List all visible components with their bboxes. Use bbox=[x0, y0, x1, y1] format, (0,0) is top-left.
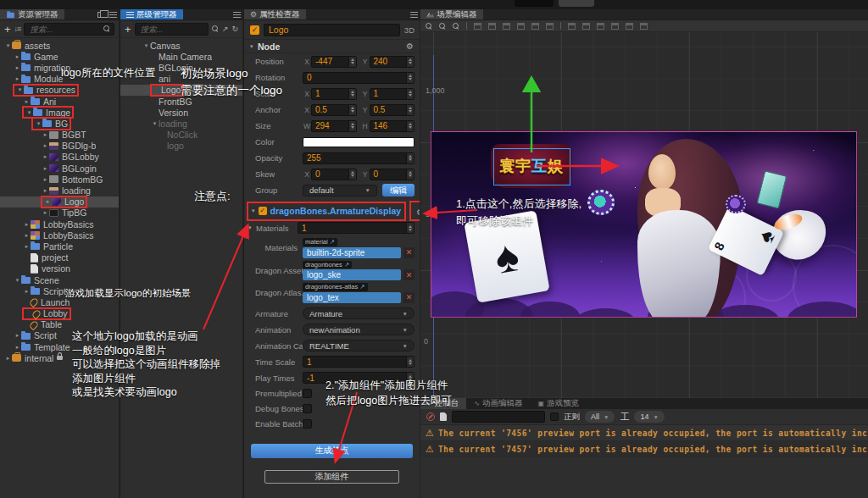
remove-asset-icon[interactable]: ✕ bbox=[403, 292, 415, 303]
tree-item-project[interactable]: project bbox=[0, 252, 119, 263]
align-tool-icon[interactable] bbox=[488, 23, 496, 30]
tree-item-frontbg[interactable]: FrontBG bbox=[120, 96, 242, 107]
scene-canvas[interactable]: 1,000 500 0 0 500 1,000 1,500 bbox=[420, 32, 868, 398]
expand-arrow[interactable]: ▸ bbox=[23, 221, 31, 228]
expand-arrow[interactable]: ▾ bbox=[16, 86, 24, 93]
expand-arrow[interactable]: ▾ bbox=[35, 120, 42, 127]
color-swatch[interactable] bbox=[303, 137, 415, 147]
expand-arrow[interactable]: ▸ bbox=[42, 142, 49, 149]
collapse-arrow[interactable]: ▾ bbox=[250, 43, 258, 50]
scale-y-input[interactable]: 1 bbox=[370, 88, 415, 100]
tree-item-logo[interactable]: Logo bbox=[120, 85, 242, 96]
expand-arrow[interactable]: ▾ bbox=[151, 120, 159, 127]
align-tool-icon[interactable] bbox=[546, 23, 554, 30]
scale-x-input[interactable]: 1 bbox=[311, 88, 357, 100]
dragon-asset-chip[interactable]: logo_ske bbox=[303, 269, 401, 280]
tree-item-assets[interactable]: ▾assets bbox=[0, 40, 119, 51]
panel-menu-icon[interactable] bbox=[107, 9, 119, 19]
add-component-button[interactable]: 添加组件 bbox=[264, 470, 399, 484]
expand-arrow[interactable]: ▾ bbox=[4, 42, 12, 49]
tab-console[interactable]: ≡ 控制台 bbox=[420, 398, 466, 409]
align-tool-icon[interactable] bbox=[503, 23, 510, 30]
tab-hierarchy[interactable]: 层级管理器 bbox=[120, 9, 183, 19]
node-name-input[interactable]: Logo bbox=[264, 24, 400, 36]
align-tool-icon[interactable] bbox=[582, 23, 590, 30]
align-tool-icon[interactable] bbox=[597, 23, 604, 30]
tree-item-logo[interactable]: ▸Logo bbox=[0, 196, 119, 208]
expand-arrow[interactable]: ▸ bbox=[42, 209, 49, 216]
material-asset-chip[interactable]: builtin-2d-sprite bbox=[303, 247, 401, 258]
premultiplied-checkbox[interactable] bbox=[303, 389, 312, 398]
expand-arrow[interactable]: ▾ bbox=[25, 109, 33, 116]
expand-arrow[interactable]: ▸ bbox=[42, 187, 49, 194]
expand-arrow[interactable]: ▾ bbox=[142, 42, 150, 49]
position-x-input[interactable]: -447 bbox=[311, 56, 357, 68]
expand-arrow[interactable]: ▸ bbox=[14, 64, 21, 71]
float-panel-icon[interactable] bbox=[95, 9, 107, 19]
mode-3d-label[interactable]: 3D bbox=[404, 25, 415, 35]
size-h-input[interactable]: 146 bbox=[370, 120, 415, 132]
locate-icon[interactable]: ↗ bbox=[222, 25, 229, 33]
assets-search-input[interactable] bbox=[28, 24, 103, 35]
panel-menu-icon[interactable] bbox=[408, 9, 420, 19]
tree-item-version[interactable]: Version bbox=[120, 107, 242, 118]
tab-inspector[interactable]: ⚙ 属性检查器 bbox=[244, 9, 306, 19]
tree-item-bg[interactable]: ▾BG bbox=[0, 118, 119, 129]
animation-cache-dropdown[interactable]: REALTIME▼ bbox=[303, 340, 415, 351]
tree-item-loading[interactable]: ▸loading bbox=[0, 185, 119, 196]
zoom-icon[interactable] bbox=[426, 23, 432, 30]
open-log-icon[interactable] bbox=[440, 412, 447, 421]
dragonbones-component-header[interactable]: ▾ ✓ dragonBones.ArmatureDisplay bbox=[248, 203, 404, 219]
tree-item-bglogin[interactable]: ▸BGLogin bbox=[0, 163, 119, 174]
expand-arrow[interactable]: ▾ bbox=[14, 277, 21, 284]
tree-item-script[interactable]: ▸Script bbox=[0, 330, 119, 341]
tree-item-bglobby[interactable]: ▸BGLobby bbox=[0, 152, 119, 163]
tree-item-ani[interactable]: ani bbox=[120, 74, 242, 85]
align-tool-icon[interactable] bbox=[531, 23, 539, 30]
add-asset-button[interactable]: + bbox=[4, 24, 11, 35]
size-w-input[interactable]: 294 bbox=[311, 120, 357, 132]
tree-item-ani[interactable]: ▸Ani bbox=[0, 96, 119, 107]
align-tool-icon[interactable] bbox=[626, 23, 633, 30]
tab-animation-editor[interactable]: ∿ 动画编辑器 bbox=[466, 398, 530, 409]
tree-item-bgbt[interactable]: ▸BGBT bbox=[0, 130, 119, 141]
align-tool-icon[interactable] bbox=[611, 23, 619, 30]
expand-arrow[interactable]: ▸ bbox=[44, 198, 52, 205]
expand-arrow[interactable]: ▸ bbox=[42, 165, 49, 172]
tree-item-game[interactable]: ▸Game bbox=[0, 51, 119, 62]
tree-item-canvas[interactable]: ▾Canvas bbox=[120, 40, 242, 51]
expand-arrow[interactable]: ▸ bbox=[14, 332, 21, 339]
remove-asset-icon[interactable]: ✕ bbox=[403, 269, 415, 280]
expand-arrow[interactable]: ▸ bbox=[14, 53, 21, 60]
tab-assets[interactable]: 资源管理器 bbox=[0, 9, 64, 19]
armature-dropdown[interactable]: Armature▼ bbox=[303, 307, 415, 319]
sort-assets-icon[interactable]: ↓≡ bbox=[14, 25, 21, 33]
tree-item-bottombg[interactable]: ▸BottomBG bbox=[0, 174, 119, 185]
expand-arrow[interactable]: ▸ bbox=[23, 243, 31, 250]
expand-arrow[interactable]: ▸ bbox=[42, 131, 49, 138]
tree-item-template[interactable]: ▸Template bbox=[0, 341, 119, 352]
debug-bones-checkbox[interactable] bbox=[303, 404, 312, 413]
tree-item-launch[interactable]: Launch bbox=[0, 296, 119, 307]
clear-console-icon[interactable] bbox=[426, 412, 435, 421]
skew-y-input[interactable]: 0 bbox=[370, 169, 415, 180]
expand-arrow[interactable]: ▸ bbox=[42, 176, 49, 183]
tab-scene-editor[interactable]: 场景编辑器 bbox=[420, 9, 483, 19]
tree-item-bgdlg-b[interactable]: ▸BGDlg-b bbox=[0, 141, 119, 152]
tree-item-lobbybasics[interactable]: ▸LobbyBasics bbox=[0, 230, 119, 241]
expand-arrow[interactable]: ▸ bbox=[42, 153, 49, 160]
align-tool-icon[interactable] bbox=[640, 23, 648, 30]
log-level-dropdown[interactable]: All▼ bbox=[585, 411, 615, 423]
expand-arrow[interactable]: ▸ bbox=[23, 232, 31, 239]
tree-item-scene[interactable]: ▾Scene bbox=[0, 274, 119, 285]
tree-item-script[interactable]: ▸Script bbox=[0, 285, 119, 296]
search-icon[interactable] bbox=[103, 25, 110, 32]
anchor-y-input[interactable]: 0.5 bbox=[370, 104, 415, 116]
tree-item-lobbybasics[interactable]: ▸LobbyBasics bbox=[0, 219, 119, 230]
node-active-checkbox[interactable]: ✓ bbox=[250, 25, 259, 35]
panel-menu-icon[interactable] bbox=[231, 9, 242, 19]
expand-arrow[interactable]: ▸ bbox=[14, 344, 21, 351]
regex-checkbox[interactable] bbox=[550, 412, 559, 421]
time-scale-input[interactable]: 1 bbox=[303, 356, 415, 368]
tree-item-version[interactable]: version bbox=[0, 263, 119, 274]
